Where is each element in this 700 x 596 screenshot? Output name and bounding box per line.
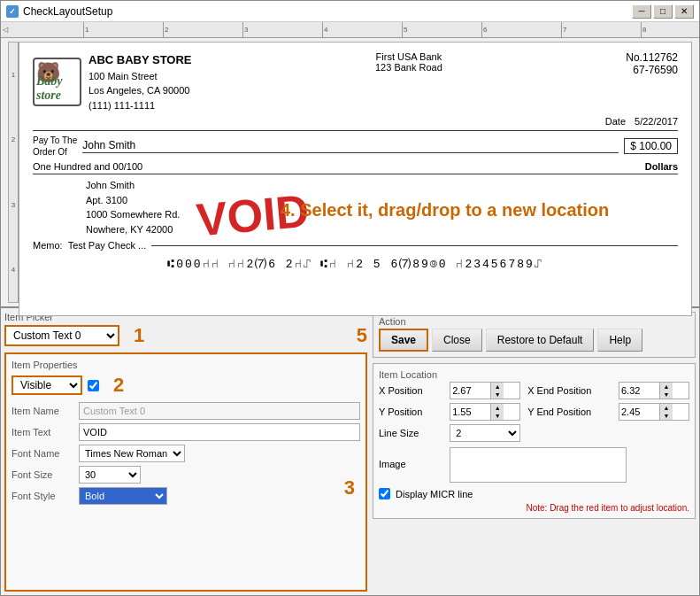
y-position-up[interactable]: ▲ (491, 404, 504, 412)
x-end-label: X End Position (527, 385, 612, 396)
amount-box: $ 100.00 (624, 138, 678, 154)
left-panel: Item Picker Custom Text 0 1 5 Item Prope… (4, 312, 367, 592)
ruler-mark-5: 5 (402, 22, 407, 38)
x-position-down[interactable]: ▼ (491, 391, 504, 399)
font-name-select[interactable]: Times New Roman (79, 445, 185, 462)
memo-underline (151, 245, 678, 246)
x-position-up[interactable]: ▲ (491, 383, 504, 391)
display-micr-label: Display MICR line (396, 489, 473, 499)
bank-name: First USA Bank (375, 51, 442, 62)
y-end-arrows: ▲ ▼ (659, 404, 673, 420)
item-properties-inner: Item Name Item Text Font Name Times New … (12, 402, 360, 505)
note-text: Note: Drag the red item to adjust locati… (379, 503, 689, 513)
badge-1: 1 (134, 324, 144, 347)
badge-3: 3 (344, 476, 355, 499)
check-header: 🐻 Babystore ABC BABY STORE 100 Main Stre… (33, 51, 678, 112)
image-label: Image (379, 459, 442, 469)
date-line: Date 5/22/2017 (33, 116, 678, 127)
y-end-label: Y End Position (527, 406, 612, 417)
ruler: ◁ 1 2 3 4 5 6 7 8 (1, 22, 699, 38)
help-button[interactable]: Help (597, 329, 642, 352)
visible-checkbox[interactable] (88, 380, 99, 391)
x-end-down[interactable]: ▼ (660, 391, 673, 399)
dollars-label: Dollars (645, 161, 678, 172)
memo-label: Memo: (33, 240, 63, 251)
location-grid: X Position ▲ ▼ X End Position ▲ ▼ (379, 382, 689, 483)
company-logo: 🐻 Babystore (33, 58, 81, 106)
item-picker-select[interactable]: Custom Text 0 (4, 325, 119, 346)
item-name-input[interactable] (79, 402, 360, 420)
pay-to-label: Pay To TheOrder Of (33, 135, 77, 158)
display-micr-checkbox[interactable] (379, 488, 390, 499)
payee-name: John Smith (82, 139, 619, 153)
item-text-row: Item Text (12, 423, 360, 441)
x-end-up[interactable]: ▲ (660, 383, 673, 391)
main-window: ✓ CheckLayoutSetup ─ □ ✕ ◁ 1 2 3 4 5 6 7… (0, 0, 700, 596)
y-end-value[interactable] (619, 404, 659, 420)
save-button[interactable]: Save (379, 329, 428, 352)
memo-line: Memo: Test Pay Check ... (33, 240, 678, 251)
item-text-input[interactable] (79, 423, 360, 441)
check-logo: 🐻 Babystore ABC BABY STORE 100 Main Stre… (33, 51, 192, 112)
x-position-value[interactable] (450, 383, 490, 399)
x-position-input[interactable]: ▲ ▼ (450, 382, 520, 399)
font-style-row: Font Style Bold (12, 487, 360, 505)
close-button[interactable]: ✕ (674, 4, 694, 19)
badge-2: 2 (113, 374, 124, 397)
amount: 100.00 (639, 140, 672, 152)
x-end-input[interactable]: ▲ ▼ (619, 382, 689, 399)
amount-words-line: One Hundred and 00/100 Dollars (33, 161, 678, 174)
item-name-row: Item Name (12, 402, 360, 420)
amount-words: One Hundred and 00/100 (33, 161, 142, 172)
font-style-select[interactable]: Bold (79, 487, 167, 505)
close-button[interactable]: Close (432, 329, 482, 352)
font-style-label: Font Style (12, 491, 73, 501)
action-label: Action (379, 316, 689, 327)
micr-line: ⑆000⑁⑁ ⑁⑁2⑺6 2⑁⑀ ⑆⑁ ⑁2 5 6⑺89⑨0 ⑁2345678… (33, 256, 678, 272)
company-address1: 100 Main Street (88, 69, 192, 84)
x-position-label: X Position (379, 385, 442, 396)
image-box (450, 447, 627, 483)
font-size-label: Font Size (12, 469, 73, 480)
check-number-section: No.112762 67-76590 (626, 51, 678, 112)
right-panel: Action Save Close Restore to Default Hel… (367, 312, 696, 592)
payee-address1: John Smith (86, 178, 678, 193)
company-info: ABC BABY STORE 100 Main Street Los Angel… (88, 51, 192, 112)
check-no: 112762 (642, 51, 678, 64)
line-size-label: Line Size (379, 428, 442, 438)
check-preview: 🐻 Babystore ABC BABY STORE 100 Main Stre… (19, 42, 692, 316)
font-size-row: Font Size 30 (12, 466, 360, 484)
y-end-down[interactable]: ▼ (660, 412, 673, 420)
y-position-input[interactable]: ▲ ▼ (450, 403, 520, 421)
ruler-mark-1: 1 (83, 22, 88, 38)
y-position-value[interactable] (450, 404, 490, 420)
y-end-input[interactable]: ▲ ▼ (619, 403, 689, 421)
company-phone: (111) 111-1111 (88, 98, 192, 113)
item-name-label: Item Name (12, 406, 73, 416)
ruler-mark-7: 7 (561, 22, 566, 38)
ruler-mark-4: 4 (322, 22, 327, 38)
picker-row: Custom Text 0 1 5 (4, 324, 367, 347)
y-end-up[interactable]: ▲ (660, 404, 673, 412)
ruler-mark-8: 8 (641, 22, 646, 38)
minimize-button[interactable]: ─ (632, 4, 651, 19)
font-size-select[interactable]: 30 (79, 466, 141, 484)
visible-select[interactable]: Visible (12, 375, 82, 395)
y-position-down[interactable]: ▼ (491, 412, 504, 420)
restore-default-button[interactable]: Restore to Default (486, 329, 595, 352)
dollar-sign: $ (630, 140, 636, 152)
date-label: Date (605, 116, 626, 127)
instruction-text: 4. Select it, drag/drop to a new locatio… (281, 200, 609, 221)
x-end-value[interactable] (619, 383, 659, 399)
payee-address4: Nowhere, KY 42000 (86, 222, 678, 237)
y-position-label: Y Position (379, 406, 442, 417)
app-icon: ✓ (6, 5, 19, 18)
line-size-select[interactable]: 2 (450, 424, 520, 442)
item-text-label: Item Text (12, 427, 73, 437)
display-micr-row: Display MICR line (379, 488, 689, 499)
company-name: ABC BABY STORE (88, 51, 192, 69)
bottom-panel: Item Picker Custom Text 0 1 5 Item Prope… (1, 306, 699, 595)
left-ruler: 1234 (8, 42, 19, 303)
maximize-button[interactable]: □ (653, 4, 673, 19)
bank-info: First USA Bank 123 Bank Road (375, 51, 442, 112)
